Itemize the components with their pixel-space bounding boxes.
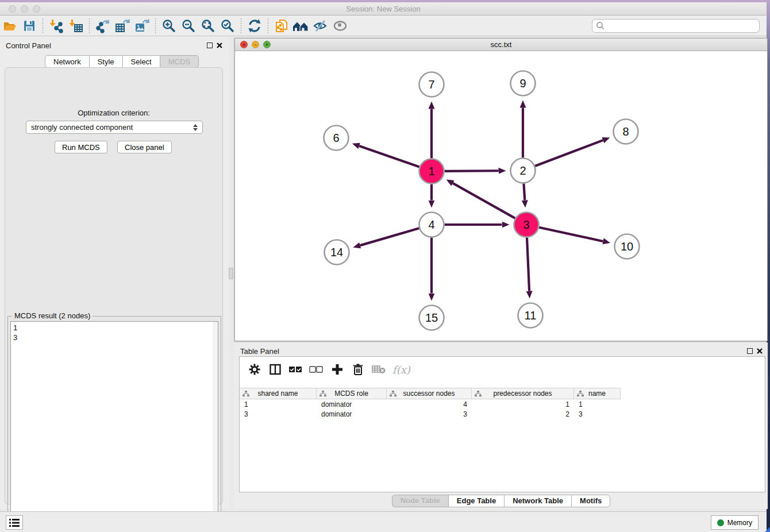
graph-node-6[interactable]: 6 (324, 126, 349, 151)
graph-node-label: 3 (523, 218, 529, 231)
zoom-fit-button[interactable] (198, 17, 218, 35)
cell-shared-name[interactable]: 1 (240, 400, 317, 410)
cell-MCDS-role[interactable]: dominator (317, 400, 387, 410)
graph-node-4[interactable]: 4 (419, 213, 444, 237)
unselect-all-columns-button[interactable] (307, 360, 326, 379)
cell-name[interactable]: 1 (574, 400, 621, 410)
graph-node-label: 6 (333, 132, 339, 144)
tab-select[interactable]: Select (122, 55, 160, 68)
open-session-button[interactable] (0, 17, 20, 35)
zoom-selected-button[interactable] (218, 17, 237, 35)
graph-node-3[interactable]: 3 (514, 213, 539, 237)
save-floppy-icon (22, 19, 36, 33)
graph-node-8[interactable]: 8 (614, 119, 638, 144)
column-type-icon (319, 391, 326, 397)
mcds-result-scrollbar[interactable] (213, 322, 218, 527)
graph-node-label: 2 (519, 164, 526, 177)
cell-successor-nodes[interactable]: 4 (387, 400, 472, 410)
save-session-button[interactable] (20, 17, 39, 35)
export-image-button[interactable] (132, 17, 152, 35)
memory-button[interactable]: Memory (711, 515, 759, 530)
cell-predecessor-nodes[interactable]: 2 (472, 410, 574, 419)
tab-style[interactable]: Style (89, 55, 122, 68)
cell-MCDS-role[interactable]: dominator (317, 410, 387, 419)
graph-edge-3-10[interactable] (539, 228, 603, 241)
graph-node-10[interactable]: 10 (615, 234, 640, 259)
resize-grip-icon[interactable] (765, 527, 770, 532)
search-input[interactable] (605, 22, 759, 30)
close-panel-button[interactable]: Close panel (117, 141, 172, 153)
graph-node-14[interactable]: 14 (325, 240, 349, 265)
tab-node-table[interactable]: Node Table (392, 495, 448, 507)
import-network-button[interactable] (47, 17, 66, 35)
tab-mcds[interactable]: MCDS (160, 55, 199, 68)
table-row-3[interactable]: 3dominator323 (240, 410, 621, 419)
export-network-button[interactable] (93, 17, 113, 35)
criterion-select[interactable]: strongly connected component (26, 121, 203, 134)
graph-node-1[interactable]: 1 (419, 159, 444, 184)
export-table-button[interactable] (113, 17, 132, 35)
graph-node-label: 7 (428, 78, 434, 91)
cell-successor-nodes[interactable]: 3 (387, 410, 472, 419)
graph-edge-2-8[interactable] (535, 140, 603, 166)
column-header-predecessor-nodes[interactable]: predecessor nodes (472, 388, 574, 399)
export-image-icon (134, 18, 150, 33)
float-panel-icon[interactable] (207, 43, 213, 48)
zoom-out-button[interactable] (179, 17, 198, 35)
graph-node-2[interactable]: 2 (511, 159, 536, 183)
houses-icon (292, 19, 310, 33)
table-settings-button[interactable] (245, 360, 264, 379)
cell-name[interactable]: 3 (574, 410, 621, 419)
graph-edge-3-11[interactable] (527, 237, 529, 291)
tab-edge-table[interactable]: Edge Table (448, 495, 504, 507)
show-columns-button[interactable] (266, 360, 284, 379)
zoom-in-button[interactable] (159, 17, 179, 35)
cell-shared-name[interactable]: 3 (240, 410, 317, 419)
search-field[interactable] (592, 19, 760, 33)
graph-edge-3-1[interactable] (453, 183, 515, 218)
columns-icon (269, 363, 282, 376)
column-header-name[interactable]: name (574, 388, 621, 399)
cell-predecessor-nodes[interactable]: 1 (472, 400, 574, 410)
graph-node-15[interactable]: 15 (419, 306, 444, 330)
graph-node-label: 8 (622, 125, 629, 138)
graph-edge-4-14[interactable] (360, 228, 419, 245)
graph-edge-1-6[interactable] (359, 146, 419, 167)
delete-table-button[interactable] (369, 360, 388, 379)
column-header-shared-name[interactable]: shared name (240, 388, 317, 399)
delete-column-button[interactable] (349, 360, 367, 379)
network-canvas[interactable]: 7968124314101511 (235, 51, 767, 341)
table-row-1[interactable]: 1dominator411 (240, 400, 621, 410)
graph-node-9[interactable]: 9 (511, 71, 536, 96)
duplicate-network-button[interactable] (272, 17, 291, 35)
show-task-history-button[interactable] (6, 515, 23, 530)
graph-edge-2-3[interactable] (523, 183, 525, 200)
run-mcds-button[interactable]: Run MCDS (55, 141, 107, 153)
function-builder-button[interactable]: f(x) (390, 364, 410, 376)
toolbar-separator (268, 18, 268, 33)
column-header-successor-nodes[interactable]: successor nodes (387, 388, 472, 399)
close-table-panel-icon[interactable] (756, 348, 763, 354)
float-table-panel-icon[interactable] (747, 348, 753, 354)
graph-node-7[interactable]: 7 (419, 72, 444, 97)
refresh-layout-icon (247, 18, 262, 33)
hide-graphics-details-button[interactable] (311, 17, 330, 35)
toolbar-separator (155, 18, 156, 33)
birds-eye-view-button[interactable] (330, 17, 350, 35)
select-all-columns-button[interactable] (287, 360, 305, 379)
create-column-button[interactable] (328, 360, 346, 379)
mcds-result-text[interactable]: 1 3 (10, 321, 218, 527)
import-table-button[interactable] (66, 17, 86, 35)
close-panel-icon[interactable] (216, 42, 223, 49)
tab-network-table[interactable]: Network Table (504, 495, 571, 507)
graph-node-11[interactable]: 11 (518, 303, 543, 328)
tab-network[interactable]: Network (45, 55, 89, 68)
column-header-MCDS-role[interactable]: MCDS role (317, 388, 387, 399)
tab-motifs[interactable]: Motifs (571, 495, 610, 507)
graph-node-label: 14 (330, 246, 343, 259)
graph-edge-1-2[interactable] (444, 171, 498, 171)
vertical-split-grip[interactable] (229, 268, 233, 279)
apply-layout-button[interactable] (245, 17, 264, 35)
show-all-levels-button[interactable] (291, 17, 311, 35)
plus-icon (331, 363, 344, 376)
